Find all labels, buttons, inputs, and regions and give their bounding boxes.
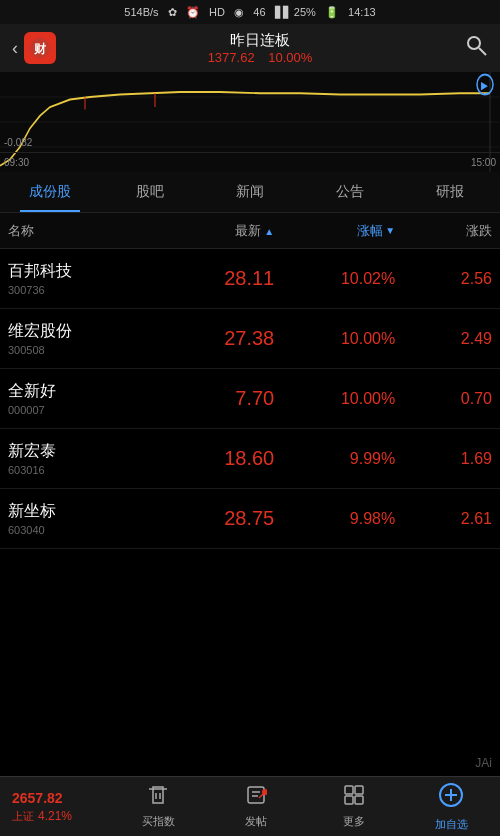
nav-post[interactable]: 发帖 xyxy=(207,777,305,836)
buy-index-icon xyxy=(147,784,169,811)
header: ‹ 财 昨日连板 1377.62 10.00% xyxy=(0,24,500,72)
stock-name: 新宏泰 xyxy=(8,441,153,462)
post-icon xyxy=(245,784,267,811)
chart-neg-label: -0.082 xyxy=(4,137,32,148)
status-bar: 514B/s ✿ ⏰ HD ◉ 46 ▋▋ 25% 🔋 14:13 xyxy=(0,0,500,24)
table-row[interactable]: 新宏泰 603016 18.60 9.99% 1.69 xyxy=(0,429,500,489)
table-row[interactable]: 全新好 000007 7.70 10.00% 0.70 xyxy=(0,369,500,429)
back-chevron-icon: ‹ xyxy=(12,38,18,59)
sort-latest-icon: ▲ xyxy=(264,226,274,237)
chart-time-start: 09:30 xyxy=(4,157,29,168)
more-icon xyxy=(343,784,365,811)
index-price: 1377.62 xyxy=(208,50,255,65)
stock-code: 300736 xyxy=(8,284,153,296)
status-info: 514B/s ✿ ⏰ HD ◉ 46 ▋▋ 25% 🔋 14:13 xyxy=(124,6,375,19)
col-latest[interactable]: 最新 ▲ xyxy=(153,222,274,240)
stock-change: 10.02% xyxy=(274,270,395,288)
stock-list: 百邦科技 300736 28.11 10.02% 2.56 维宏股份 30050… xyxy=(0,249,500,549)
stock-name-col: 百邦科技 300736 xyxy=(8,261,153,296)
back-button[interactable]: ‹ 财 xyxy=(12,32,56,64)
watermark: JAi xyxy=(467,752,500,774)
col-name: 名称 xyxy=(8,222,153,240)
tab-chenfen[interactable]: 成份股 xyxy=(0,172,100,212)
stock-name: 全新好 xyxy=(8,381,153,402)
nav-more[interactable]: 更多 xyxy=(305,777,403,836)
index-percent: 10.00% xyxy=(268,50,312,65)
tab-yanbao[interactable]: 研报 xyxy=(400,172,500,212)
svg-text:财: 财 xyxy=(33,42,47,56)
nav-add-label: 加自选 xyxy=(435,817,468,832)
stock-chgval: 2.61 xyxy=(395,510,492,528)
stock-name-col: 新宏泰 603016 xyxy=(8,441,153,476)
svg-rect-22 xyxy=(355,796,363,804)
stock-latest: 18.60 xyxy=(153,447,274,470)
stock-change: 9.99% xyxy=(274,450,395,468)
table-header: 名称 最新 ▲ 涨幅 ▼ 涨跌 xyxy=(0,213,500,249)
tab-bar: 成份股 股吧 新闻 公告 研报 xyxy=(0,172,500,213)
tab-chenfen-label: 成份股 xyxy=(29,183,71,201)
svg-line-3 xyxy=(479,48,486,55)
tab-gonggao[interactable]: 公告 xyxy=(300,172,400,212)
bottom-nav: 2657.82 上证 4.21% 买指数 发帖 xyxy=(0,776,500,836)
content-area: 成份股 股吧 新闻 公告 研报 名称 最新 ▲ 涨幅 ▼ 涨跌 xyxy=(0,172,500,609)
col-change[interactable]: 涨幅 ▼ xyxy=(274,222,395,240)
tab-guba[interactable]: 股吧 xyxy=(100,172,200,212)
svg-point-2 xyxy=(468,37,480,49)
index-pct: 4.21% xyxy=(38,809,72,823)
stock-name-col: 新坐标 603040 xyxy=(8,501,153,536)
stock-latest: 7.70 xyxy=(153,387,274,410)
nav-buy-index-label: 买指数 xyxy=(142,814,175,829)
index-name: 上证 xyxy=(12,809,34,824)
chart-area: ▶ -0.082 09:30 15:00 xyxy=(0,72,500,172)
tab-guba-label: 股吧 xyxy=(136,183,164,201)
header-center: 昨日连板 1377.62 10.00% xyxy=(208,31,313,65)
nav-buy-index[interactable]: 买指数 xyxy=(110,777,208,836)
svg-rect-20 xyxy=(355,786,363,794)
svg-rect-21 xyxy=(345,796,353,804)
add-watchlist-icon xyxy=(438,782,464,814)
page-title: 昨日连板 xyxy=(208,31,313,50)
stock-change: 9.98% xyxy=(274,510,395,528)
search-button[interactable] xyxy=(464,33,488,63)
stock-name-col: 维宏股份 300508 xyxy=(8,321,153,356)
stock-change: 10.00% xyxy=(274,330,395,348)
stock-name: 百邦科技 xyxy=(8,261,153,282)
tab-yanbao-label: 研报 xyxy=(436,183,464,201)
stock-code: 603040 xyxy=(8,524,153,536)
table-row[interactable]: 百邦科技 300736 28.11 10.02% 2.56 xyxy=(0,249,500,309)
col-chgval: 涨跌 xyxy=(395,222,492,240)
chart-time-end: 15:00 xyxy=(471,157,496,168)
svg-text:▶: ▶ xyxy=(481,80,488,92)
stock-code: 300508 xyxy=(8,344,153,356)
chart-time-bar: 09:30 15:00 xyxy=(0,152,500,172)
app-logo: 财 xyxy=(24,32,56,64)
svg-rect-19 xyxy=(345,786,353,794)
stock-code: 603016 xyxy=(8,464,153,476)
nav-more-label: 更多 xyxy=(343,814,365,829)
stock-name-col: 全新好 000007 xyxy=(8,381,153,416)
index-value: 2657.82 xyxy=(12,790,63,806)
stock-name: 新坐标 xyxy=(8,501,153,522)
nav-index[interactable]: 2657.82 上证 4.21% xyxy=(0,777,110,836)
tab-gonggao-label: 公告 xyxy=(336,183,364,201)
stock-latest: 28.11 xyxy=(153,267,274,290)
stock-change: 10.00% xyxy=(274,390,395,408)
stock-latest: 28.75 xyxy=(153,507,274,530)
stock-chgval: 1.69 xyxy=(395,450,492,468)
stock-latest: 27.38 xyxy=(153,327,274,350)
stock-name: 维宏股份 xyxy=(8,321,153,342)
sort-change-icon: ▼ xyxy=(385,225,395,236)
header-subtitle: 1377.62 10.00% xyxy=(208,50,313,65)
stock-chgval: 2.49 xyxy=(395,330,492,348)
stock-chgval: 0.70 xyxy=(395,390,492,408)
stock-code: 000007 xyxy=(8,404,153,416)
table-row[interactable]: 维宏股份 300508 27.38 10.00% 2.49 xyxy=(0,309,500,369)
stock-chgval: 2.56 xyxy=(395,270,492,288)
tab-xinwen[interactable]: 新闻 xyxy=(200,172,300,212)
table-row[interactable]: 新坐标 603040 28.75 9.98% 2.61 xyxy=(0,489,500,549)
nav-post-label: 发帖 xyxy=(245,814,267,829)
nav-add-watchlist[interactable]: 加自选 xyxy=(402,777,500,836)
tab-xinwen-label: 新闻 xyxy=(236,183,264,201)
